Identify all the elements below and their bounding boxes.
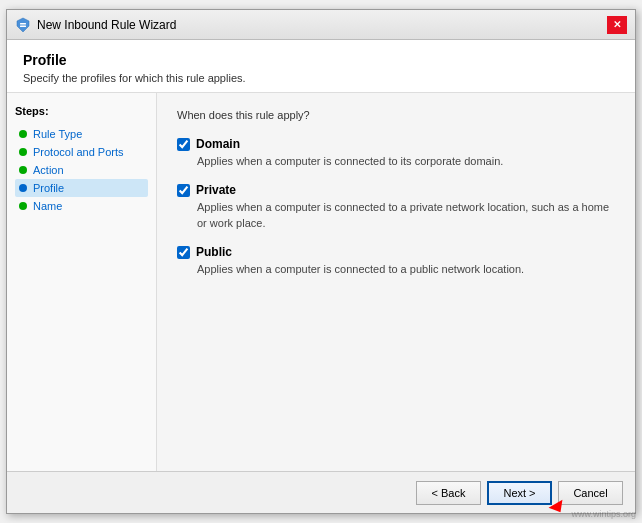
domain-checkbox-row: Domain	[177, 137, 615, 151]
sidebar-item-rule-type[interactable]: Rule Type	[15, 125, 148, 143]
sidebar-label-rule-type: Rule Type	[33, 128, 82, 140]
close-button[interactable]: ✕	[607, 16, 627, 34]
dot-protocol-ports	[19, 148, 27, 156]
title-bar: New Inbound Rule Wizard ✕	[7, 10, 635, 40]
dot-name	[19, 202, 27, 210]
svg-rect-1	[20, 23, 26, 25]
content-area: Steps: Rule Type Protocol and Ports Acti…	[7, 93, 635, 471]
page-title: Profile	[23, 52, 619, 68]
domain-description: Applies when a computer is connected to …	[177, 154, 615, 169]
domain-label[interactable]: Domain	[196, 137, 240, 151]
svg-marker-0	[17, 18, 29, 32]
page-subtitle: Specify the profiles for which this rule…	[23, 72, 619, 84]
main-content: When does this rule apply? Domain Applie…	[157, 93, 635, 471]
sidebar-item-name[interactable]: Name	[15, 197, 148, 215]
footer: < Back Next > Cancel	[7, 471, 635, 513]
next-button[interactable]: Next >	[487, 481, 552, 505]
svg-rect-2	[20, 25, 26, 27]
public-label[interactable]: Public	[196, 245, 232, 259]
sidebar-item-profile[interactable]: Profile	[15, 179, 148, 197]
back-button[interactable]: < Back	[416, 481, 481, 505]
title-bar-left: New Inbound Rule Wizard	[15, 17, 176, 33]
domain-checkbox[interactable]	[177, 138, 190, 151]
cancel-button[interactable]: Cancel	[558, 481, 623, 505]
sidebar-title: Steps:	[15, 105, 148, 117]
private-description: Applies when a computer is connected to …	[177, 200, 615, 231]
sidebar: Steps: Rule Type Protocol and Ports Acti…	[7, 93, 157, 471]
wizard-icon	[15, 17, 31, 33]
page-header: Profile Specify the profiles for which t…	[7, 40, 635, 93]
private-label[interactable]: Private	[196, 183, 236, 197]
dot-rule-type	[19, 130, 27, 138]
public-description: Applies when a computer is connected to …	[177, 262, 615, 277]
watermark: www.wintips.org	[571, 509, 636, 519]
next-button-wrapper: Next >	[487, 481, 552, 505]
sidebar-item-protocol-ports[interactable]: Protocol and Ports	[15, 143, 148, 161]
public-option: Public Applies when a computer is connec…	[177, 245, 615, 277]
window-title: New Inbound Rule Wizard	[37, 18, 176, 32]
sidebar-label-profile: Profile	[33, 182, 64, 194]
question-text: When does this rule apply?	[177, 109, 615, 121]
dot-profile	[19, 184, 27, 192]
public-checkbox-row: Public	[177, 245, 615, 259]
sidebar-label-action: Action	[33, 164, 64, 176]
private-checkbox-row: Private	[177, 183, 615, 197]
dot-action	[19, 166, 27, 174]
sidebar-label-name: Name	[33, 200, 62, 212]
private-option: Private Applies when a computer is conne…	[177, 183, 615, 231]
sidebar-label-protocol-ports: Protocol and Ports	[33, 146, 124, 158]
wizard-window: New Inbound Rule Wizard ✕ Profile Specif…	[6, 9, 636, 514]
domain-option: Domain Applies when a computer is connec…	[177, 137, 615, 169]
private-checkbox[interactable]	[177, 184, 190, 197]
sidebar-item-action[interactable]: Action	[15, 161, 148, 179]
public-checkbox[interactable]	[177, 246, 190, 259]
